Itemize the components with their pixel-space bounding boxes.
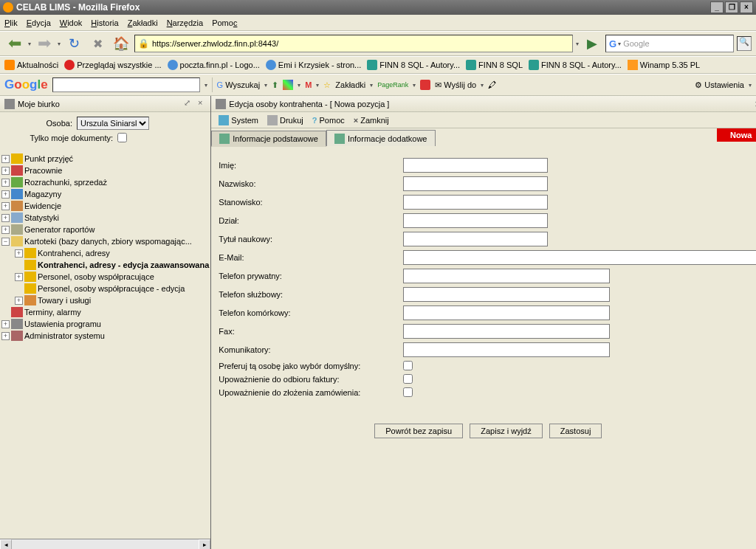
google-toolbar: Google ▾ G Wyszukaj▾ ⬆ ▾ M▾ ☆ Zakładki▾ …	[0, 74, 756, 96]
globe-icon	[266, 60, 276, 70]
osoba-label: Osoba:	[3, 119, 77, 128]
send-to[interactable]: ✉ Wyślij do	[435, 80, 476, 90]
home-button[interactable]: 🏠	[111, 33, 131, 54]
forward-dropdown[interactable]: ▾	[58, 41, 61, 47]
input-stanowisko[interactable]	[403, 195, 548, 210]
bookmark-item[interactable]: Emi i Krzysiek - stron...	[266, 60, 361, 70]
menu-view[interactable]: Widok	[60, 18, 83, 27]
input-email[interactable]	[403, 250, 756, 265]
google-logo-icon: G	[609, 38, 616, 49]
bookmark-item[interactable]: Aktualności	[4, 60, 58, 70]
star-icon[interactable]: ☆	[323, 80, 331, 90]
checkbox-upow-f[interactable]	[403, 374, 413, 384]
pagerank-label[interactable]: PageRank	[377, 81, 408, 89]
tree-item[interactable]: Terminy, alarmy	[1, 306, 209, 318]
tree-item[interactable]: +Towary i usługi	[1, 294, 209, 306]
tree-item[interactable]: +Personel, osoby współpracujące	[1, 271, 209, 283]
checkbox-upow-z[interactable]	[403, 387, 413, 397]
google-logo[interactable]: Google	[4, 77, 48, 92]
google-search-input[interactable]	[52, 77, 200, 92]
tree-item[interactable]: +Magazyny	[1, 188, 209, 200]
bookmark-item[interactable]: poczta.finn.pl - Logo...	[168, 60, 260, 70]
toolbar-system[interactable]: System	[216, 114, 261, 127]
tree-item[interactable]: +Generator raportów	[1, 224, 209, 235]
input-imie[interactable]	[403, 158, 548, 173]
input-tel-p[interactable]	[403, 269, 610, 283]
tree-item[interactable]: +Statystyki	[1, 212, 209, 224]
google-search-button[interactable]: G Wyszukaj	[217, 80, 261, 89]
input-tel-s[interactable]	[403, 287, 610, 302]
tab-extra[interactable]: Informacje dodatkowe	[326, 130, 436, 146]
search-go-button[interactable]: 🔍	[737, 36, 752, 51]
tree-item[interactable]: −Kartoteki (bazy danych, zbiory wspomaga…	[1, 235, 209, 247]
input-dzial[interactable]	[403, 213, 548, 228]
up-icon[interactable]: ⬆	[272, 80, 278, 90]
back-dropdown[interactable]: ▾	[28, 41, 31, 47]
url-dropdown[interactable]: ▾	[576, 41, 579, 47]
system-icon	[219, 115, 229, 125]
nav-tree: +Punkt przyjęć +Pracownie +Rozrachunki, …	[0, 150, 210, 539]
input-tytul[interactable]	[403, 232, 548, 246]
input-fax[interactable]	[403, 324, 610, 339]
input-komun[interactable]	[403, 342, 610, 357]
tree-item[interactable]: +Ustawienia programu	[1, 318, 209, 330]
tab-icon	[334, 134, 345, 144]
tree-item[interactable]: +Ewidencje	[1, 200, 209, 212]
url-input[interactable]: 🔒 https://serwer.zhwlodz.finn.pl:8443/	[134, 35, 573, 52]
apply-button[interactable]: Zastosuj	[549, 424, 602, 438]
save-button[interactable]: Zapisz i wyjdź	[470, 424, 542, 438]
google-settings[interactable]: ⚙ Ustawienia	[695, 80, 744, 90]
toolbar-help[interactable]: ?Pomoc	[309, 114, 348, 126]
toolbar-print[interactable]: Drukuj	[264, 114, 306, 127]
menu-help[interactable]: Pomoc	[212, 18, 237, 27]
block-icon[interactable]	[420, 80, 430, 90]
input-tel-k[interactable]	[403, 305, 610, 320]
search-box[interactable]: G▾ Google	[605, 35, 734, 52]
highlight-icon[interactable]: 🖍	[488, 80, 496, 89]
close-button[interactable]: ×	[740, 1, 753, 13]
gmail-icon[interactable]: M	[305, 80, 312, 89]
docs-checkbox[interactable]	[117, 133, 127, 142]
tree-scrollbar[interactable]: ◂▸	[0, 539, 210, 549]
tree-item[interactable]: +Pracownie	[1, 165, 209, 176]
checkbox-pref[interactable]	[403, 361, 413, 370]
osoba-select[interactable]: Urszula Siniarska	[77, 117, 149, 130]
back-button[interactable]: Powrót bez zapisu	[374, 424, 463, 438]
menu-history[interactable]: Historia	[91, 18, 118, 27]
close-panel-icon[interactable]: ×	[194, 98, 206, 110]
tree-item[interactable]: +Punkt przyjęć	[1, 153, 209, 165]
google-bookmarks[interactable]: Zakładki	[335, 80, 365, 89]
lock-icon: 🔒	[138, 38, 149, 49]
menu-edit[interactable]: Edycja	[27, 18, 51, 27]
menu-tools[interactable]: Narzędzia	[167, 18, 204, 27]
minimize-button[interactable]: _	[710, 1, 724, 13]
tree-item-active[interactable]: Kontrahenci, adresy - edycja zaawansowan…	[1, 259, 209, 271]
tree-item[interactable]: +Kontrahenci, adresy	[1, 247, 209, 259]
collapse-icon[interactable]: ⤢	[181, 98, 193, 110]
tree-item[interactable]: +Rozrachunki, sprzedaż	[1, 176, 209, 188]
input-nazwisko[interactable]	[403, 176, 548, 191]
color-icon[interactable]	[283, 80, 293, 90]
menu-file[interactable]: Plik	[4, 18, 18, 27]
globe-icon	[168, 60, 178, 70]
bookmark-item[interactable]: FINN 8 SQL	[466, 60, 523, 70]
bookmark-item[interactable]: FINN 8 SQL - Autory...	[529, 60, 622, 70]
back-button[interactable]: ⬅	[4, 33, 25, 54]
right-panel: Edycja osoby kontrahenta - [ Nowa pozycj…	[211, 96, 756, 549]
go-button[interactable]: ▶	[582, 33, 602, 54]
label-tel-s: Telefon służbowy:	[219, 290, 403, 299]
tree-item[interactable]: +Administrator systemu	[1, 330, 209, 342]
bookmark-item[interactable]: Winamp 5.35 PL	[628, 60, 700, 70]
bookmark-item[interactable]: FINN 8 SQL - Autory...	[367, 60, 460, 70]
tree-item[interactable]: Personel, osoby współpracujące - edycja	[1, 283, 209, 294]
menu-bookmarks[interactable]: Zakładki	[128, 18, 158, 27]
forward-button[interactable]: ➡	[34, 33, 55, 54]
bookmark-item[interactable]: Przeglądaj wszystkie ...	[64, 60, 161, 70]
label-upow-f: Upoważnienie do odbioru faktury:	[219, 375, 403, 384]
restore-button[interactable]: ❐	[725, 1, 738, 13]
reload-button[interactable]: ↻	[63, 33, 84, 54]
tab-icon	[219, 134, 230, 144]
stop-button[interactable]: ✖	[87, 33, 108, 54]
toolbar-close[interactable]: ×Zamknij	[351, 114, 392, 126]
tab-basic[interactable]: Informacje podstawowe	[211, 131, 326, 147]
